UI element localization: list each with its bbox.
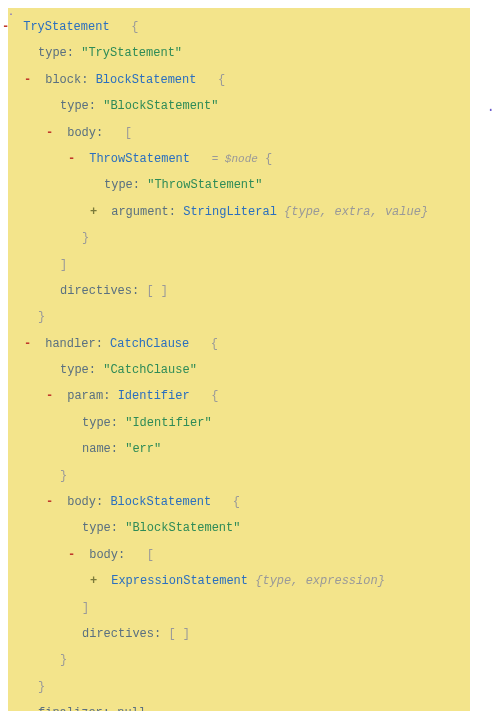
colon: : <box>111 521 118 535</box>
colon: : <box>96 495 103 509</box>
colon: : <box>132 284 139 298</box>
colon: : <box>111 442 118 456</box>
type-name: Identifier <box>118 389 190 403</box>
key-label: finalizer <box>38 706 103 711</box>
value-string: "TryStatement" <box>81 46 182 60</box>
node-body[interactable]: - body: [ <box>60 120 462 146</box>
collapse-icon[interactable]: - <box>2 14 12 40</box>
open-brace: { <box>265 152 272 166</box>
type-name: TryStatement <box>23 20 109 34</box>
colon: : <box>89 363 96 377</box>
close-brace: } <box>38 674 462 700</box>
node-var: = $node <box>212 153 258 165</box>
collapse-icon[interactable]: - <box>68 542 78 568</box>
close-bracket: ] <box>60 252 462 278</box>
close-brace: } <box>60 647 462 673</box>
open-brace: { <box>218 73 225 87</box>
type-name: BlockStatement <box>96 73 197 87</box>
value-string: "ThrowStatement" <box>147 178 262 192</box>
collapse-icon[interactable]: - <box>46 383 56 409</box>
colon: : <box>103 389 110 403</box>
value-string: "BlockStatement" <box>103 99 218 113</box>
node-argument[interactable]: + argument: StringLiteral {type, extra, … <box>104 199 462 225</box>
value-string: "BlockStatement" <box>125 521 240 535</box>
prop-directives: directives: [ ] <box>82 621 462 647</box>
key-label: type <box>38 46 67 60</box>
open-bracket: [ <box>125 126 132 140</box>
key-label: directives <box>82 627 154 641</box>
collapse-icon[interactable]: - <box>24 331 34 357</box>
colon: : <box>89 99 96 113</box>
node-handler[interactable]: - handler: CatchClause { <box>38 331 462 357</box>
node-body[interactable]: - body: BlockStatement { <box>60 489 462 515</box>
key-label: name <box>82 442 111 456</box>
open-brace: { <box>211 337 218 351</box>
collapse-icon[interactable]: - <box>68 146 78 172</box>
type-name: ThrowStatement <box>89 152 190 166</box>
prop-type: type: "BlockStatement" <box>82 515 462 541</box>
node-expression-statement[interactable]: + ExpressionStatement {type, expression} <box>104 568 462 594</box>
close-brace: } <box>82 225 462 251</box>
node-try-statement[interactable]: - TryStatement { <box>16 14 462 40</box>
key-label: type <box>104 178 133 192</box>
type-name: StringLiteral <box>183 205 277 219</box>
key-label: type <box>60 363 89 377</box>
prop-type: type: "BlockStatement" <box>60 93 462 119</box>
colon: : <box>169 205 176 219</box>
key-label: body <box>67 495 96 509</box>
node-param[interactable]: - param: Identifier { <box>60 383 462 409</box>
value-string: "err" <box>125 442 161 456</box>
node-body-inner[interactable]: - body: [ <box>82 542 462 568</box>
key-label: param <box>67 389 103 403</box>
decoration-dot-side: . <box>487 100 495 114</box>
open-brace: { <box>233 495 240 509</box>
key-label: block <box>45 73 81 87</box>
colon: : <box>96 337 103 351</box>
key-label: type <box>60 99 89 113</box>
collapsed-preview: {type, extra, value} <box>284 205 428 219</box>
open-bracket: [ <box>147 548 154 562</box>
type-name: ExpressionStatement <box>111 574 248 588</box>
colon: : <box>111 416 118 430</box>
colon: : <box>133 178 140 192</box>
key-label: argument <box>111 205 169 219</box>
close-brace: } <box>60 463 462 489</box>
colon: : <box>103 706 110 711</box>
value-null: null <box>117 706 146 711</box>
key-label: body <box>89 548 118 562</box>
key-label: type <box>82 521 111 535</box>
key-label: directives <box>60 284 132 298</box>
ast-tree: - TryStatement { type: "TryStatement" - … <box>8 8 470 711</box>
open-brace: { <box>211 389 218 403</box>
prop-type: type: "Identifier" <box>82 410 462 436</box>
key-label: body <box>67 126 96 140</box>
colon: : <box>67 46 74 60</box>
value-string: "CatchClause" <box>103 363 197 377</box>
prop-type: type: "ThrowStatement" <box>104 172 462 198</box>
prop-type: type: "TryStatement" <box>38 40 462 66</box>
value-string: "Identifier" <box>125 416 211 430</box>
prop-finalizer: finalizer: null <box>38 700 462 711</box>
empty-array: [ ] <box>168 627 190 641</box>
colon: : <box>118 548 125 562</box>
key-label: type <box>82 416 111 430</box>
close-brace: } <box>38 304 462 330</box>
colon: : <box>154 627 161 641</box>
collapsed-preview: {type, expression} <box>255 574 385 588</box>
expand-icon[interactable]: + <box>90 199 100 225</box>
close-bracket: ] <box>82 595 462 621</box>
node-block[interactable]: - block: BlockStatement { <box>38 67 462 93</box>
type-name: CatchClause <box>110 337 189 351</box>
collapse-icon[interactable]: - <box>46 489 56 515</box>
empty-array: [ ] <box>146 284 168 298</box>
type-name: BlockStatement <box>110 495 211 509</box>
colon: : <box>96 126 103 140</box>
collapse-icon[interactable]: - <box>46 120 56 146</box>
colon: : <box>81 73 88 87</box>
expand-icon[interactable]: + <box>90 568 100 594</box>
prop-name: name: "err" <box>82 436 462 462</box>
key-label: handler <box>45 337 95 351</box>
collapse-icon[interactable]: - <box>24 67 34 93</box>
prop-directives: directives: [ ] <box>60 278 462 304</box>
node-throw-statement[interactable]: - ThrowStatement = $node { <box>82 146 462 172</box>
